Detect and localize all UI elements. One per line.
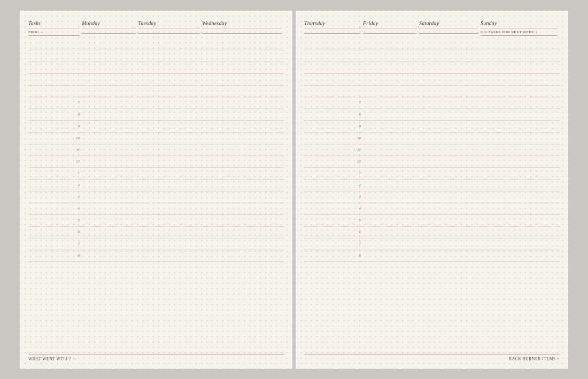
left-page-content: Tasks Monday Tuesday Wednesday [28, 20, 284, 361]
right-sat-9 [419, 121, 481, 132]
left-mon-12 [82, 156, 138, 167]
right-sat-10 [419, 133, 481, 144]
right-sun-8 [481, 109, 560, 120]
left-row-2: 2 [28, 180, 284, 191]
right-blank-5 [304, 86, 560, 97]
left-wed-3 [202, 191, 284, 203]
right-sun-9 [481, 121, 560, 132]
frog-underline [28, 35, 80, 36]
left-tue-9 [138, 121, 202, 132]
tuesday-underline [138, 28, 200, 28]
left-sub-row: FROG → [28, 29, 284, 36]
left-bottom-bar: WHAT WENT WELL? → [28, 354, 284, 361]
right-sat-8b [419, 250, 481, 261]
left-wed-8 [202, 109, 284, 120]
right-sun-11 [481, 144, 560, 156]
right-col-saturday: Saturday [419, 20, 481, 28]
left-wed-6 [202, 227, 284, 238]
tuesday-sub-col [138, 29, 202, 36]
right-time-7b: 7 [304, 238, 363, 250]
right-fri-12 [363, 156, 419, 167]
right-sat-12 [419, 156, 481, 167]
pages-container: Tasks Monday Tuesday Wednesday [10, 1, 578, 378]
tasks-label: Tasks [28, 20, 80, 27]
right-bottom-bar: BACK BURNER ITEMS + [304, 354, 560, 361]
right-fri-8b [363, 250, 419, 261]
sunday-label: Sunday [481, 20, 558, 27]
left-row-8b: 8 [28, 250, 284, 262]
left-time-10: 10 [28, 133, 82, 144]
right-row-1: 1 [304, 168, 560, 180]
right-row-11: 11 [304, 144, 560, 156]
left-blank-5 [28, 86, 284, 97]
right-page: Thursday Friday Saturday Sunday [296, 11, 568, 369]
left-time-8b: 8 [28, 250, 82, 261]
right-blank-2 [304, 50, 560, 62]
left-row-11: 11 [28, 144, 284, 156]
wednesday-label: Wednesday [202, 20, 282, 27]
left-header: Tasks Monday Tuesday Wednesday [28, 20, 284, 28]
right-sat-6 [419, 227, 481, 238]
right-fri-2 [363, 180, 419, 191]
right-fri-6 [363, 227, 419, 238]
left-row-1: 1 [28, 168, 284, 180]
left-mon-2 [82, 180, 138, 191]
left-tue-8b [138, 250, 202, 261]
left-tue-2 [138, 180, 202, 191]
right-blank-4 [304, 74, 560, 86]
left-tue-10 [138, 133, 202, 144]
right-row-9: 9 [304, 121, 560, 133]
left-mon-11 [82, 144, 138, 156]
left-time-11: 11 [28, 144, 82, 156]
what-went-well-label: WHAT WENT WELL? → [28, 357, 76, 361]
left-mon-5 [82, 215, 138, 226]
left-mon-10 [82, 133, 138, 144]
right-time-12: 12 [304, 156, 363, 167]
right-fri-10 [363, 133, 419, 144]
left-col-tuesday: Tuesday [138, 20, 202, 28]
right-fri-7b [363, 238, 419, 250]
fri-sub-line [363, 33, 417, 34]
right-row-6: 6 [304, 227, 560, 238]
left-mon-6 [82, 227, 138, 238]
right-sat-8 [419, 109, 481, 120]
right-blank-1 [304, 38, 560, 50]
right-time-9: 9 [304, 121, 363, 132]
left-col-wednesday: Wednesday [202, 20, 284, 28]
right-time-1: 1 [304, 168, 363, 179]
right-time-5: 5 [304, 215, 363, 226]
frog-label: FROG → [28, 30, 80, 34]
thursday-sub-col [304, 29, 363, 36]
right-sat-7 [419, 97, 481, 109]
right-row-5: 5 [304, 215, 560, 227]
left-mon-8b [82, 250, 138, 261]
left-blank-3 [28, 62, 284, 74]
left-row-8: 8 [28, 109, 284, 121]
left-tue-6 [138, 227, 202, 238]
left-wed-7 [202, 97, 284, 109]
left-wed-4 [202, 203, 284, 214]
left-tue-7b [138, 238, 202, 250]
right-row-8: 8 [304, 109, 560, 121]
right-sun-2 [481, 180, 560, 191]
left-mon-8 [82, 109, 138, 120]
left-col-tasks: Tasks [28, 20, 82, 28]
thu-sub-line [304, 33, 361, 34]
left-time-3: 3 [28, 191, 82, 203]
left-wed-11 [202, 144, 284, 156]
left-time-1: 1 [28, 168, 82, 179]
left-blank-1 [28, 38, 284, 50]
left-tue-5 [138, 215, 202, 226]
left-wed-9 [202, 121, 284, 132]
sunday-underline [481, 28, 558, 28]
left-row-7: 7 [28, 97, 284, 109]
right-sun-1 [481, 168, 560, 179]
right-time-8b: 8 [304, 250, 363, 261]
right-fri-8 [363, 109, 419, 120]
left-row-7b: 7 [28, 238, 284, 250]
saturday-label: Saturday [419, 20, 478, 27]
left-time-8: 8 [28, 109, 82, 120]
right-row-10: 10 [304, 133, 560, 144]
left-tue-8 [138, 109, 202, 120]
right-sun-12 [481, 156, 560, 167]
